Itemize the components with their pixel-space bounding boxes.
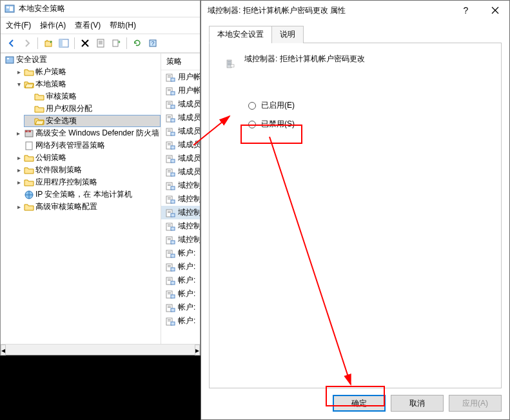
cancel-button[interactable]: 取消 — [391, 395, 444, 412]
policy-list-item[interactable]: 域成员 — [161, 138, 200, 152]
expand-icon[interactable]: ▸ — [15, 179, 23, 186]
collapse-icon[interactable]: ▾ — [15, 81, 23, 88]
tab-explain[interactable]: 说明 — [271, 26, 304, 43]
tree-network-list-mgr[interactable]: 网络列表管理器策略 — [14, 139, 161, 152]
svg-rect-90 — [168, 307, 171, 308]
help-button[interactable]: ? — [146, 36, 160, 50]
policy-list[interactable]: 用户帐用户帐域成员域成员域成员域成员域成员域成员域控制域控制域控制域控制域控制帐… — [161, 70, 200, 344]
refresh-button[interactable] — [130, 36, 144, 50]
tree-label: 用户权限分配 — [46, 103, 92, 114]
ipsec-icon — [24, 190, 34, 200]
policy-list-item[interactable]: 帐户: — [161, 314, 200, 328]
svg-rect-65 — [168, 225, 171, 225]
svg-rect-16 — [25, 130, 28, 132]
expand-icon[interactable]: ▸ — [15, 130, 23, 137]
properties-button[interactable] — [93, 36, 108, 50]
back-button[interactable] — [5, 36, 19, 50]
policy-item-icon — [165, 140, 175, 150]
horizontal-scrollbar[interactable]: ◂ ▸ — [1, 344, 200, 355]
svg-rect-81 — [168, 279, 171, 279]
export-list-button[interactable] — [109, 36, 123, 50]
policy-list-item[interactable]: 域控制 — [161, 206, 200, 219]
policy-item-label: 用户帐 — [178, 85, 200, 96]
policy-list-item[interactable]: 域成员 — [161, 125, 200, 138]
policy-list-item[interactable]: 用户帐 — [161, 84, 200, 97]
tree-label: IP 安全策略，在 本地计算机 — [35, 189, 132, 200]
tab-local-security-setting[interactable]: 本地安全设置 — [209, 26, 272, 43]
scroll-right-button[interactable]: ▸ — [195, 345, 200, 355]
ok-button[interactable]: 确定 — [333, 395, 386, 412]
show-hide-tree-button[interactable] — [57, 36, 71, 50]
policy-item-icon — [165, 235, 175, 245]
policy-list-item[interactable]: 域成员 — [161, 152, 200, 165]
tree-ipsec[interactable]: IP 安全策略，在 本地计算机 — [14, 188, 161, 201]
svg-rect-37 — [168, 130, 171, 130]
tree-advanced-audit[interactable]: ▸高级审核策略配置 — [14, 201, 161, 213]
svg-rect-47 — [171, 159, 175, 163]
svg-rect-45 — [168, 157, 171, 157]
firewall-icon — [24, 128, 34, 139]
policy-list-item[interactable]: 帐户: — [161, 301, 200, 314]
tree-public-key[interactable]: ▸公钥策略 — [14, 152, 161, 164]
policy-item-label: 域成员 — [178, 139, 200, 150]
menubar: 文件(F) 操作(A) 查看(V) 帮助(H) — [1, 17, 200, 34]
policy-list-item[interactable]: 帐户: — [161, 246, 200, 260]
policy-item-icon — [165, 221, 175, 232]
policy-list-item[interactable]: 域控制 — [161, 233, 200, 246]
tree: 安全设置 ▸帐户策略 ▾本地策略 审核策略 用户权限分配 安全选项 — [1, 54, 161, 213]
menu-help[interactable]: 帮助(H) — [110, 20, 136, 31]
policy-list-item[interactable]: 帐户: — [161, 287, 200, 301]
folder-open-icon — [24, 79, 34, 90]
tree-local-policy[interactable]: ▾本地策略 — [14, 78, 161, 90]
tree-label: 应用程序控制策略 — [35, 177, 97, 188]
svg-rect-85 — [168, 292, 171, 293]
policy-list-item[interactable]: 域成员 — [161, 165, 200, 179]
tree-account-policy[interactable]: ▸帐户策略 — [14, 66, 161, 78]
policy-list-item[interactable]: 域控制 — [161, 192, 200, 206]
tree-defender-firewall[interactable]: ▸高级安全 Windows Defender 防火墙 — [14, 127, 161, 139]
tree-label: 公钥策略 — [35, 152, 66, 163]
menu-file[interactable]: 文件(F) — [6, 20, 31, 31]
scroll-left-button[interactable]: ◂ — [1, 345, 6, 355]
policy-list-item[interactable]: 帐户: — [161, 260, 200, 274]
delete-button[interactable] — [78, 36, 92, 50]
content-area: 安全设置 ▸帐户策略 ▾本地策略 审核策略 用户权限分配 安全选项 — [1, 53, 200, 344]
policy-item-label: 域控制 — [178, 221, 200, 232]
close-button[interactable] — [480, 1, 509, 20]
menu-action[interactable]: 操作(A) — [40, 20, 66, 31]
policy-list-item[interactable]: 域控制 — [161, 179, 200, 192]
up-button[interactable] — [41, 36, 55, 50]
expand-icon[interactable]: ▸ — [15, 68, 23, 75]
svg-rect-57 — [168, 197, 171, 198]
svg-rect-75 — [171, 254, 175, 257]
tree-user-rights[interactable]: 用户权限分配 — [24, 103, 161, 115]
svg-rect-55 — [171, 186, 175, 190]
policy-list-item[interactable]: 域控制 — [161, 219, 200, 233]
tree-pane[interactable]: 安全设置 ▸帐户策略 ▾本地策略 审核策略 用户权限分配 安全选项 — [1, 54, 161, 344]
expand-icon[interactable]: ▸ — [15, 166, 23, 174]
policy-item-icon — [165, 208, 175, 218]
tree-label: 帐户策略 — [35, 66, 66, 77]
policy-list-item[interactable]: 帐户: — [161, 274, 200, 287]
menu-view[interactable]: 查看(V) — [75, 20, 101, 31]
policy-list-item[interactable]: 域成员 — [161, 97, 200, 111]
help-button[interactable]: ? — [451, 1, 480, 20]
tree-audit-policy[interactable]: 审核策略 — [24, 90, 161, 103]
tree-software-restrict[interactable]: ▸软件限制策略 — [14, 164, 161, 176]
column-header-policy[interactable]: 策略 — [161, 54, 200, 70]
policy-list-item[interactable]: 域成员 — [161, 111, 200, 125]
policy-item-label: 域成员 — [178, 99, 200, 110]
expand-icon[interactable]: ▸ — [15, 203, 23, 210]
tree-security-options[interactable]: 安全选项 — [24, 115, 161, 127]
svg-rect-46 — [168, 158, 171, 159]
policy-list-item[interactable]: 用户帐 — [161, 70, 200, 84]
expand-icon[interactable]: ▸ — [15, 154, 23, 161]
dialog-body: 本地安全设置 说明 域控制器: 拒绝计算机帐户密码更改 已启用(E) 已禁用(S… — [201, 20, 509, 419]
radio-enabled[interactable]: 已启用(E) — [248, 100, 485, 111]
page-icon — [24, 141, 34, 151]
tree-root-security-settings[interactable]: 安全设置 — [3, 54, 161, 66]
apply-button[interactable]: 应用(A) — [449, 395, 502, 412]
tree-app-control[interactable]: ▸应用程序控制策略 — [14, 176, 161, 188]
forward-button[interactable] — [20, 36, 34, 50]
radio-disabled[interactable]: 已禁用(S) — [248, 119, 485, 130]
